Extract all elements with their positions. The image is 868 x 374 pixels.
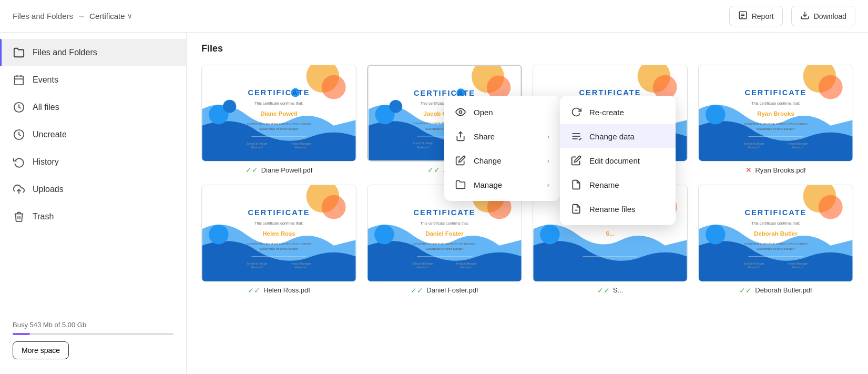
check-icon: ✓✓ — [246, 166, 258, 174]
edit-doc-icon — [570, 155, 582, 166]
svg-point-16 — [223, 100, 236, 113]
storage-bar-fill — [13, 333, 30, 335]
report-button[interactable]: Report — [729, 6, 783, 26]
submenu-rename-files[interactable]: Rename files — [560, 197, 676, 221]
svg-text:Diane Powell: Diane Powell — [260, 110, 298, 117]
svg-point-122 — [459, 111, 462, 114]
file-label: ✓✓ Diane Powell.pdf — [246, 166, 313, 174]
more-space-button[interactable]: More space — [13, 341, 69, 359]
sidebar-item-history[interactable]: History — [0, 148, 186, 176]
file-label: ✕ Ryan Brooks.pdf — [746, 166, 805, 174]
file-thumbnail: CERTIFICATE This certificate confirms th… — [201, 185, 356, 281]
svg-text:Maximus*: Maximus* — [748, 266, 760, 269]
svg-text:"Essentials of Web Design": "Essentials of Web Design" — [756, 247, 796, 250]
folder-open-icon — [455, 179, 466, 190]
svg-text:This certificate confirms that: This certificate confirms that: — [420, 221, 469, 226]
submenu-change-data[interactable]: Change data — [560, 124, 676, 148]
svg-text:Deborah Butler: Deborah Butler — [754, 230, 798, 237]
sidebar-item-events[interactable]: Events — [0, 66, 186, 94]
calendar-icon — [13, 74, 25, 86]
list-item[interactable]: CERTIFICATE This certificate confirms th… — [201, 65, 356, 174]
context-menu: Open Share › Change › — [444, 96, 560, 201]
svg-text:completed a practical course i: completed a practical course in the prog… — [744, 122, 808, 125]
context-menu-manage[interactable]: Manage › — [444, 173, 560, 197]
list-item[interactable]: CERTIFICATE This certificate confirms th… — [367, 185, 522, 294]
submenu-rename-label: Rename — [589, 180, 619, 189]
submenu-rename[interactable]: Rename — [560, 173, 676, 197]
share-icon — [455, 130, 466, 142]
svg-text:S...: S... — [606, 230, 615, 237]
storage-label: Busy 543 Mb of 5.00 Gb — [13, 321, 173, 329]
breadcrumb-separator: → — [77, 12, 85, 21]
svg-text:Maximus*: Maximus* — [461, 266, 473, 269]
svg-text:CERTIFICATE: CERTIFICATE — [744, 209, 806, 217]
svg-point-61 — [706, 105, 726, 125]
arrow-right-icon: › — [547, 157, 549, 165]
svg-text:completed a practical course i: completed a practical course in the prog… — [413, 241, 477, 245]
refresh-icon — [570, 106, 582, 118]
download-label: Download — [814, 12, 846, 21]
sidebar: Files and Folders Events All files — [0, 33, 187, 374]
svg-point-74 — [322, 195, 346, 219]
svg-text:School of Design: School of Design — [743, 142, 764, 145]
file-thumbnail: CERTIFICATE This certificate confirms th… — [201, 65, 356, 161]
sidebar-item-trash[interactable]: Trash — [0, 203, 186, 230]
sidebar-item-label: Uploads — [33, 185, 64, 194]
svg-text:"Essentials of Web Design": "Essentials of Web Design" — [259, 127, 299, 130]
download-icon — [800, 11, 810, 22]
submenu-recreate[interactable]: Re-create — [560, 100, 676, 124]
svg-text:Maximus*: Maximus* — [251, 266, 263, 269]
header-actions: Report Download — [729, 6, 855, 26]
svg-text:Project Manager: Project Manager — [788, 142, 808, 145]
pencil-icon — [455, 155, 466, 166]
svg-text:Maximus*: Maximus* — [748, 146, 760, 149]
check-icon: ✓✓ — [739, 286, 752, 295]
svg-text:Maximus*: Maximus* — [792, 266, 804, 269]
svg-text:School of Design: School of Design — [247, 142, 267, 145]
chevron-down-icon: ∨ — [127, 12, 132, 20]
arrow-right-icon: › — [547, 133, 549, 140]
arrow-right-icon: › — [547, 181, 549, 189]
svg-text:This certificate confirms that: This certificate confirms that: — [254, 101, 303, 106]
sidebar-item-uncreate[interactable]: Uncreate — [0, 121, 186, 148]
file-label: ✓✓ Daniel Foster.pdf — [411, 286, 478, 295]
sidebar-item-uploads[interactable]: Uploads — [0, 176, 186, 203]
more-space-label: More space — [22, 346, 60, 355]
svg-text:completed a practical course i: completed a practical course in the prog… — [247, 122, 311, 125]
svg-text:Project Manager: Project Manager — [456, 262, 476, 265]
sidebar-item-files-and-folders[interactable]: Files and Folders — [0, 39, 186, 66]
svg-text:CERTIFICATE: CERTIFICATE — [413, 209, 475, 217]
svg-point-60 — [819, 75, 843, 99]
context-menu-open[interactable]: Open — [444, 100, 560, 124]
check-icon: ✓✓ — [597, 286, 610, 295]
svg-text:completed a practical course i: completed a practical course in the prog… — [247, 241, 311, 245]
breadcrumb: Files and Folders → Certificate ∨ — [13, 12, 132, 21]
file-label: ✓✓ Helen Ross.pdf — [248, 286, 310, 295]
context-menu-share[interactable]: Share › — [444, 124, 560, 148]
svg-text:School of Design: School of Design — [413, 141, 433, 145]
svg-rect-5 — [15, 76, 24, 85]
list-item[interactable]: CERTIFICATE This certificate confirms th… — [698, 185, 853, 294]
eye-icon — [455, 106, 466, 118]
list-item[interactable]: CERTIFICATE This certificate confirms th… — [201, 185, 356, 294]
svg-text:This certificate confirms that: This certificate confirms that: — [254, 221, 303, 226]
svg-text:CERTIFICATE: CERTIFICATE — [248, 209, 310, 217]
svg-text:CERTIFICATE: CERTIFICATE — [744, 88, 806, 97]
context-menu-change-label: Change — [474, 156, 502, 165]
check-icon: ✓✓ — [427, 166, 440, 174]
sidebar-item-label: History — [33, 157, 59, 167]
submenu: Re-create Change data Edit document — [560, 96, 676, 225]
sidebar-item-all-files[interactable]: All files — [0, 94, 186, 121]
download-button[interactable]: Download — [791, 6, 855, 26]
submenu-edit-document[interactable]: Edit document — [560, 148, 676, 173]
context-menu-change[interactable]: Change › — [444, 148, 560, 173]
breadcrumb-root[interactable]: Files and Folders — [13, 12, 73, 21]
list-item[interactable]: CERTIFICATE This certificate confirms th… — [698, 65, 853, 174]
svg-text:Maximus*: Maximus* — [251, 146, 263, 149]
uncreate-icon — [13, 128, 25, 141]
upload-cloud-icon — [13, 183, 25, 196]
svg-text:This certificate confirms that: This certificate confirms that: — [751, 101, 800, 106]
file-label: ✓✓ Deborah Butler.pdf — [739, 286, 812, 295]
file-label: ✓✓ S... — [597, 286, 624, 295]
svg-point-75 — [209, 225, 229, 245]
